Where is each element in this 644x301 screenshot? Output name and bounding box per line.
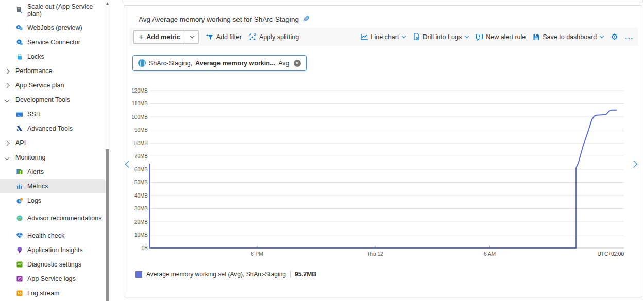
sidebar-section-app-service-plan[interactable]: App Service plan (0, 78, 105, 93)
add-metric-button[interactable]: + Add metric (134, 31, 185, 43)
metrics-icon (15, 183, 23, 190)
chart-title: Avg Average memory working set for ShArc… (139, 15, 299, 23)
metrics-chart-svg: 120MB110MB100MB90MB80MB70MB60MB50MB40MB3… (129, 84, 629, 264)
sidebar-section-performance[interactable]: Performance (0, 64, 105, 78)
svg-text:80MB: 80MB (134, 140, 148, 146)
service-connector-icon (15, 39, 23, 46)
logs-icon (15, 197, 23, 205)
sidebar-item-service-connector[interactable]: Service Connector (0, 35, 105, 49)
apply-splitting-button[interactable]: Apply splitting (249, 33, 299, 41)
svg-text:50MB: 50MB (134, 180, 148, 185)
sidebar-item-logs[interactable]: Logs (0, 193, 105, 208)
new-alert-rule-label: New alert rule (486, 33, 526, 41)
chevron-down-icon (190, 34, 194, 38)
edit-title-icon[interactable]: ✎ (303, 14, 310, 24)
sidebar-item-ssh[interactable]: >_ SSH (0, 107, 105, 121)
svg-text:UTC+02:00: UTC+02:00 (598, 251, 624, 257)
save-to-dashboard-button[interactable]: Save to dashboard (533, 33, 603, 41)
sidebar-item-scale-out[interactable]: Scale out (App Service plan) (0, 0, 105, 21)
line-chart-selector[interactable]: Line chart (360, 33, 406, 41)
settings-gear-icon[interactable]: ⚙ (611, 32, 618, 42)
chevron-down-icon (5, 155, 10, 160)
sidebar-section-api[interactable]: API (0, 136, 105, 150)
webjobs-icon (15, 24, 23, 32)
sidebar-item-diagnostic-settings[interactable]: Diagnostic settings (0, 257, 105, 272)
chart-legend[interactable]: Average memory working set (Avg), ShArc-… (135, 271, 316, 278)
pill-resource-name: ShArc-Staging, (149, 60, 192, 67)
sidebar-item-label: Health check (27, 232, 64, 239)
alert-bubble-icon (476, 33, 483, 41)
add-filter-button[interactable]: + Add filter (206, 33, 242, 41)
advanced-tools-icon (15, 125, 23, 133)
svg-text:20MB: 20MB (134, 219, 148, 225)
add-metric-label: Add metric (146, 33, 180, 41)
legend-series-value: 95.7MB (290, 271, 316, 278)
svg-text:0B: 0B (142, 245, 148, 251)
remove-metric-icon[interactable]: ✕ (294, 60, 301, 67)
ssh-icon: >_ (15, 111, 23, 118)
sidebar-item-log-stream[interactable]: Log stream (0, 286, 105, 300)
save-to-dashboard-label: Save to dashboard (543, 33, 597, 41)
sidebar-item-health-check[interactable]: Health check (0, 228, 105, 243)
sidebar-section-label: Performance (15, 67, 53, 75)
chart-toolbar: + Add metric + Add filter Apply splittin… (129, 28, 638, 46)
sidebar-item-advanced-tools[interactable]: Advanced Tools (0, 121, 105, 136)
sidebar-scrollbar[interactable]: ▲ (105, 0, 110, 301)
more-options-button[interactable]: ... (625, 33, 634, 41)
sidebar-item-label: Scale out (App Service plan) (27, 3, 105, 18)
document-icon (413, 33, 420, 41)
legend-color-swatch (135, 271, 142, 278)
svg-text:110MB: 110MB (132, 101, 148, 107)
chart-scroll-right-button[interactable] (631, 162, 636, 167)
new-alert-rule-button[interactable]: New alert rule (476, 33, 526, 41)
sidebar-item-label: Log stream (27, 290, 60, 297)
svg-text:6 AM: 6 AM (484, 251, 496, 257)
svg-text:10MB: 10MB (134, 232, 148, 238)
svg-text:Thu 12: Thu 12 (367, 251, 383, 257)
drill-into-logs-button[interactable]: Drill into Logs (413, 33, 468, 41)
pill-aggregation: Avg (278, 60, 289, 67)
svg-text:>_: >_ (18, 114, 22, 117)
chevron-down-icon (402, 34, 406, 38)
previous-card-fragment (122, 0, 643, 3)
sidebar-item-alerts[interactable]: Alerts (0, 165, 105, 179)
sidebar-section-development-tools[interactable]: Development Tools (0, 93, 105, 107)
line-chart-label: Line chart (371, 33, 399, 41)
sidebar-item-locks[interactable]: Locks (0, 49, 105, 64)
sidebar-item-metrics[interactable]: Metrics (0, 179, 105, 193)
alerts-icon (15, 168, 23, 176)
add-filter-label: Add filter (216, 33, 242, 41)
sidebar-item-label: Metrics (27, 183, 48, 190)
sidebar-item-label: Locks (27, 53, 44, 60)
sidebar-item-label: App Service logs (27, 275, 76, 282)
scrollbar-thumb[interactable] (106, 149, 109, 301)
diagnostic-settings-icon (15, 261, 23, 269)
sidebar-item-label: Application Insights (27, 246, 83, 254)
sidebar-item-application-insights[interactable]: Application Insights (0, 243, 105, 257)
scrollbar-up-arrow-icon[interactable]: ▲ (105, 1, 110, 6)
health-check-icon (15, 232, 23, 240)
apply-splitting-label: Apply splitting (259, 33, 299, 41)
chevron-right-icon (5, 140, 10, 146)
legend-series-label: Average memory working set (Avg), ShArc-… (146, 271, 286, 278)
svg-text:90MB: 90MB (134, 127, 148, 133)
sidebar-section-label: API (15, 139, 26, 147)
sidebar-section-monitoring[interactable]: Monitoring (0, 150, 105, 165)
log-stream-icon (15, 290, 23, 297)
chart-scroll-left-button[interactable] (126, 162, 131, 167)
scale-out-icon (15, 7, 23, 14)
sidebar-item-label: Diagnostic settings (27, 261, 81, 268)
drill-into-logs-label: Drill into Logs (422, 33, 462, 41)
chevron-right-icon (5, 83, 10, 88)
advisor-icon (15, 215, 23, 222)
chevron-down-icon (465, 34, 469, 38)
metric-pill[interactable]: ShArc-Staging, Average memory workin... … (132, 55, 307, 71)
sidebar-item-advisor-recommendations[interactable]: Advisor recommendations (0, 208, 105, 228)
svg-text:6 PM: 6 PM (251, 251, 263, 257)
add-metric-dropdown-button[interactable] (185, 31, 198, 43)
sidebar-item-label: Alerts (27, 168, 44, 175)
sidebar-item-webjobs[interactable]: WebJobs (preview) (0, 21, 105, 35)
sidebar-item-app-service-logs[interactable]: App Service logs (0, 272, 105, 286)
chevron-right-icon (630, 161, 637, 168)
chevron-down-icon (600, 34, 604, 38)
